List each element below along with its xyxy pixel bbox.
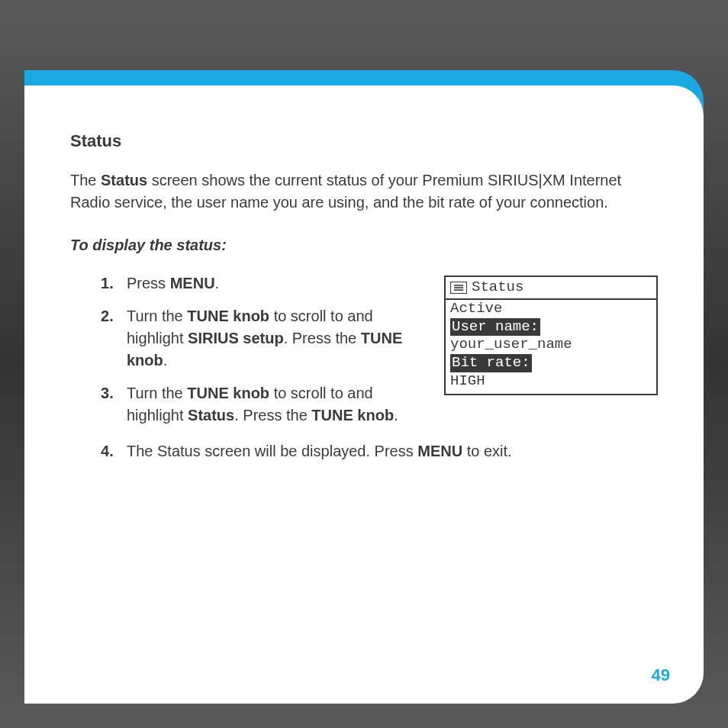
intro-text: The xyxy=(70,172,101,188)
step-bold: TUNE knob xyxy=(187,385,269,401)
lcd-row-username-value: your_user_name xyxy=(450,336,656,354)
lcd-inverted-label: User name: xyxy=(450,318,540,337)
intro-paragraph: The Status screen shows the current stat… xyxy=(70,169,658,214)
lcd-row-username-label: User name: xyxy=(450,318,656,337)
step-2: Turn the TUNE knob to scroll to and high… xyxy=(101,305,426,372)
step-bold: TUNE knob xyxy=(311,407,394,424)
step-text: The Status screen will be displayed. Pre… xyxy=(127,443,417,459)
lcd-header: Status xyxy=(446,277,656,300)
lcd-screen-illustration: Status Active User name: your_user_name … xyxy=(444,275,658,395)
step-text: . xyxy=(163,352,168,369)
step-text: Turn the xyxy=(127,308,187,324)
section-title: Status xyxy=(70,131,658,151)
lcd-inverted-label: Bit rate: xyxy=(450,354,532,372)
step-text: . xyxy=(215,275,220,292)
step-text: . Press the xyxy=(234,407,311,424)
step-text: . Press the xyxy=(284,330,361,346)
step-text: . xyxy=(394,407,398,424)
page-body: Status The Status screen shows the curre… xyxy=(24,85,704,704)
intro-bold: Status xyxy=(101,172,147,188)
step-text: to exit. xyxy=(462,443,511,459)
step-bold: MENU xyxy=(417,443,462,459)
step-3: Turn the TUNE knob to scroll to and high… xyxy=(101,382,426,427)
content-row: Press MENU. Turn the TUNE knob to scroll… xyxy=(70,272,658,437)
step-4: The Status screen will be displayed. Pre… xyxy=(101,440,658,462)
manual-page: Status The Status screen shows the curre… xyxy=(24,24,704,704)
step-bold: SIRIUS setup xyxy=(188,330,284,346)
step-bold: Status xyxy=(188,407,234,424)
steps-column-continued: The Status screen will be displayed. Pre… xyxy=(70,440,658,462)
steps-column: Press MENU. Turn the TUNE knob to scroll… xyxy=(70,272,426,437)
lcd-body: Active User name: your_user_name Bit rat… xyxy=(446,300,656,394)
step-1: Press MENU. xyxy=(101,272,426,295)
page-number: 49 xyxy=(652,665,670,685)
lcd-row-bitrate-label: Bit rate: xyxy=(450,354,656,372)
step-text: Press xyxy=(127,275,170,292)
step-bold: TUNE knob xyxy=(187,308,269,324)
lcd-row-active: Active xyxy=(450,300,656,318)
sub-heading: To display the status: xyxy=(70,237,658,254)
step-bold: MENU xyxy=(170,275,215,292)
list-icon xyxy=(450,282,467,294)
step-text: Turn the xyxy=(127,385,187,401)
intro-text: screen shows the current status of your … xyxy=(70,172,621,211)
lcd-title: Status xyxy=(472,279,523,297)
lcd-row-bitrate-value: HIGH xyxy=(450,372,656,391)
